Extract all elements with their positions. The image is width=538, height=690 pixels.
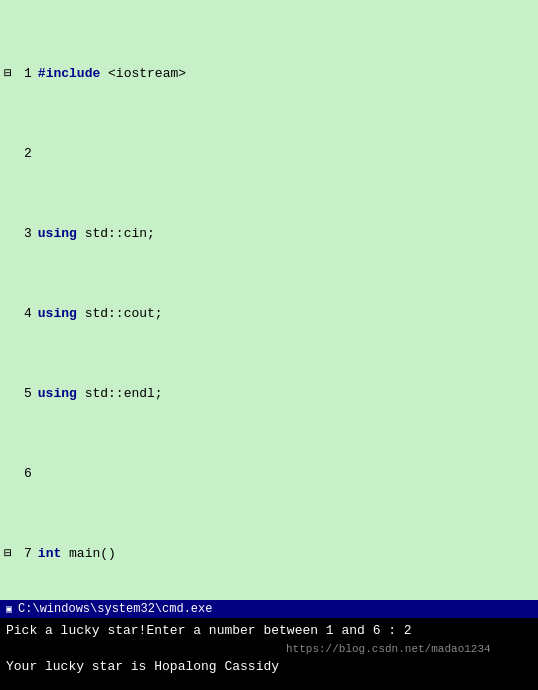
line-num-7: 7 (12, 546, 32, 562)
fold-icon-6 (4, 466, 12, 482)
terminal-area: Pick a lucky star!Enter a number between… (0, 618, 538, 690)
line-num-2: 2 (12, 146, 32, 162)
terminal-output-line2: https://blog.csdn.net/madao1234 (6, 640, 532, 658)
line-content-6 (38, 466, 534, 482)
terminal-output-line1: Pick a lucky star!Enter a number between… (6, 622, 532, 640)
code-content: ⊟ 1 #include <iostream> 2 3 using std::c… (0, 0, 538, 600)
code-line-5: 5 using std::endl; (0, 386, 538, 402)
line-content-5: using std::endl; (38, 386, 534, 402)
terminal-url: https://blog.csdn.net/madao1234 (286, 640, 491, 658)
code-line-6: 6 (0, 466, 538, 482)
fold-icon-1: ⊟ (4, 66, 12, 82)
code-line-2: 2 (0, 146, 538, 162)
line-content-7: int main() (38, 546, 534, 562)
line-content-1: #include <iostream> (38, 66, 534, 82)
terminal-bar: ▣ C:\windows\system32\cmd.exe (0, 600, 538, 618)
code-line-1: ⊟ 1 #include <iostream> (0, 66, 538, 82)
terminal-title: C:\windows\system32\cmd.exe (18, 602, 212, 616)
code-line-3: 3 using std::cin; (0, 226, 538, 242)
code-line-4: 4 using std::cout; (0, 306, 538, 322)
terminal-icon: ▣ (6, 603, 12, 615)
terminal-text-3: Your lucky star is Hopalong Cassidy (6, 658, 279, 676)
line-num-5: 5 (12, 386, 32, 402)
terminal-text-1: Pick a lucky star!Enter a number between… (6, 622, 412, 640)
line-num-3: 3 (12, 226, 32, 242)
terminal-output-line3: Your lucky star is Hopalong Cassidy (6, 658, 532, 676)
code-line-7: ⊟ 7 int main() (0, 546, 538, 562)
line-num-1: 1 (12, 66, 32, 82)
fold-icon-4 (4, 306, 12, 322)
fold-icon-7: ⊟ (4, 546, 12, 562)
fold-icon-5 (4, 386, 12, 402)
code-editor: ⊟ 1 #include <iostream> 2 3 using std::c… (0, 0, 538, 600)
line-content-2 (38, 146, 534, 162)
line-content-3: using std::cin; (38, 226, 534, 242)
line-num-4: 4 (12, 306, 32, 322)
fold-icon-2 (4, 146, 12, 162)
line-num-6: 6 (12, 466, 32, 482)
fold-icon-3 (4, 226, 12, 242)
line-content-4: using std::cout; (38, 306, 534, 322)
